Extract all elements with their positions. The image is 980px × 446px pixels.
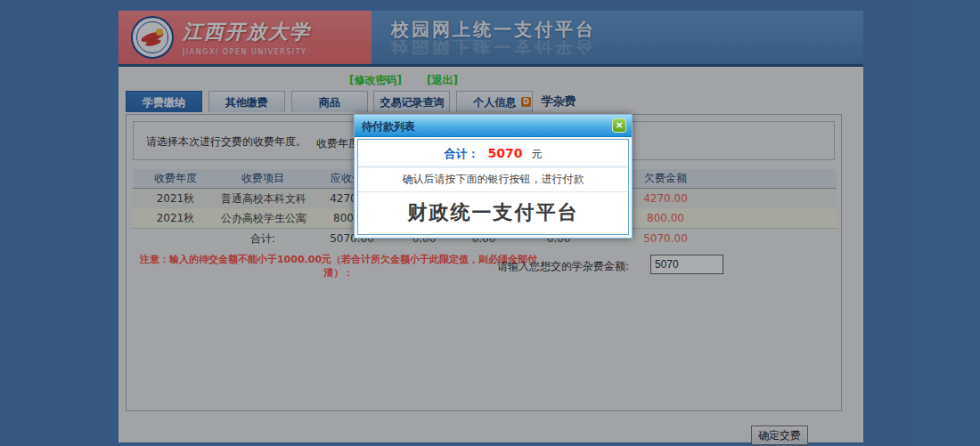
dialog-titlebar: 待付款列表 × xyxy=(355,115,632,137)
bank-pay-button[interactable]: 财政统一支付平台 xyxy=(358,192,628,233)
close-icon[interactable]: × xyxy=(612,118,626,133)
pending-payment-dialog: 待付款列表 × 合计： 5070 元 确认后请按下面的银行按钮，进行付款 财政统… xyxy=(354,114,633,239)
total-unit: 元 xyxy=(531,148,542,160)
dialog-body: 合计： 5070 元 确认后请按下面的银行按钮，进行付款 财政统一支付平台 xyxy=(357,139,629,235)
dialog-title: 待付款列表 xyxy=(362,119,415,134)
dialog-total-row: 合计： 5070 元 xyxy=(358,140,628,167)
dialog-instruction: 确认后请按下面的银行按钮，进行付款 xyxy=(358,167,628,192)
total-value: 5070 xyxy=(488,146,523,160)
total-label: 合计： xyxy=(445,147,479,160)
